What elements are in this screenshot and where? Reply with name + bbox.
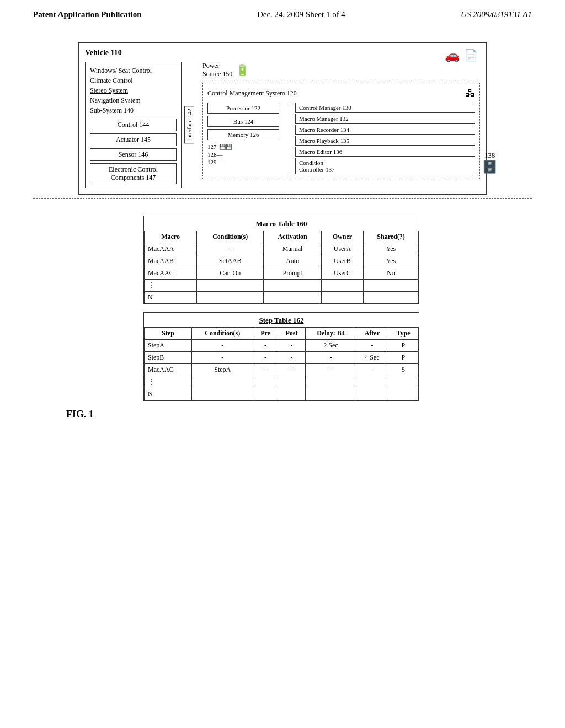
- table-cell: MacAAB: [145, 255, 197, 267]
- car-icon: 🚗: [445, 49, 460, 63]
- macro-table-title: Macro Table 160: [144, 216, 419, 231]
- col-macro: Macro: [145, 231, 197, 243]
- table-cell: [321, 292, 363, 304]
- memory-area: 127 💾💾 128— 129—: [207, 143, 279, 165]
- interface-label: Interface 142: [184, 106, 194, 143]
- box-ecc: Electronic ControlComponents 147: [90, 163, 177, 184]
- header-left: Patent Application Publication: [33, 10, 142, 19]
- table-cell: StepB: [145, 352, 192, 364]
- table-cell: -: [253, 352, 278, 364]
- subsystem-items: Windows/ Seat Control Climate Control St…: [90, 66, 177, 115]
- table-cell: MacAAA: [145, 243, 197, 255]
- db-icon: 🗄️: [482, 160, 497, 174]
- header-center: Dec. 24, 2009 Sheet 1 of 4: [257, 10, 345, 19]
- table-cell: ⋮: [145, 376, 192, 388]
- box-processor: Processor 122: [207, 103, 279, 114]
- dotted-line: [33, 198, 532, 199]
- macro-table-wrap: Macro Table 160 Macro Condition(s) Activ…: [143, 216, 419, 304]
- table-cell: [278, 376, 306, 388]
- table-row: MacAABSetAABAutoUserBYes: [145, 255, 419, 267]
- col-conditions: Condition(s): [197, 231, 264, 243]
- table-cell: Yes: [364, 255, 419, 267]
- cms-title: Control Management System 120: [207, 89, 297, 98]
- table-cell: [253, 388, 278, 400]
- vehicle-inner: Windows/ Seat Control Climate Control St…: [85, 62, 480, 188]
- page-header: Patent Application Publication Dec. 24, …: [0, 0, 565, 25]
- cms-icon: 🖧: [465, 88, 475, 99]
- table-cell: ⋮: [145, 280, 197, 292]
- vehicle-icons: 🚗 📄: [445, 49, 478, 63]
- col-pre: Pre: [253, 328, 278, 340]
- num-127: 127 💾💾: [207, 143, 279, 150]
- cms-left: Processor 122 Bus 124 Memory 126 127 💾💾 …: [207, 103, 279, 174]
- item-stereo: Stereo System: [90, 85, 177, 95]
- header-right: US 2009/0319131 A1: [461, 10, 532, 19]
- table-cell: [264, 292, 322, 304]
- table-cell: -: [197, 243, 264, 255]
- table-cell: UserC: [321, 267, 363, 280]
- vertical-divider: [287, 103, 287, 174]
- table-cell: [356, 376, 388, 388]
- drive-icons: 💾💾: [219, 144, 232, 150]
- control-boxes: Control 144 Actuator 145 Sensor 146 Elec…: [90, 119, 177, 184]
- item-climate: Climate Control: [90, 76, 177, 85]
- table-cell: SetAAB: [197, 255, 264, 267]
- doc-icon: 📄: [464, 49, 478, 63]
- table-row: ⋮: [145, 280, 419, 292]
- item-nav: Navigation System: [90, 95, 177, 105]
- step-table-header-row: Step Condition(s) Pre Post Delay: B4 Aft…: [145, 328, 419, 340]
- box-macro-recorder: Macro Recorder 134: [295, 125, 475, 135]
- table-cell: -: [192, 352, 253, 364]
- table-cell: -: [192, 340, 253, 352]
- col-after: After: [356, 328, 388, 340]
- box-memory: Memory 126: [207, 129, 279, 140]
- table-cell: StepA: [145, 340, 192, 352]
- box-macro-editor: Macro Editor 136: [295, 147, 475, 157]
- table-cell: [388, 388, 418, 400]
- table-cell: -: [306, 364, 356, 376]
- table-cell: Manual: [264, 243, 322, 255]
- table-cell: -: [306, 352, 356, 364]
- table-cell: N: [145, 388, 192, 400]
- main-content: Vehicle 110 🚗 📄 Windows/ Seat Control Cl…: [0, 25, 565, 437]
- table-cell: 4 Sec: [356, 352, 388, 364]
- step-table-title: Step Table 162: [144, 313, 419, 327]
- cms-right: Control Manager 130 Macro Manager 132 Ma…: [295, 103, 475, 174]
- connector-area: [33, 198, 532, 207]
- table-cell: MacAAC: [145, 364, 192, 376]
- table-cell: [321, 280, 363, 292]
- cms-box: Control Management System 120 🖧 Processo…: [202, 83, 480, 179]
- table-row: MacAACCar_OnPromptUserCNo: [145, 267, 419, 280]
- table-row: StepA---2 Sec-P: [145, 340, 419, 352]
- table-cell: [192, 388, 253, 400]
- vehicle-title: Vehicle 110: [85, 49, 480, 57]
- table-row: ⋮: [145, 376, 419, 388]
- table-row: StepB----4 SecP: [145, 352, 419, 364]
- table-cell: P: [388, 340, 418, 352]
- table-cell: [197, 292, 264, 304]
- table-cell: -: [253, 364, 278, 376]
- right-panel: PowerSource 150 🔋 Control Management Sys…: [197, 62, 480, 188]
- table-cell: Auto: [264, 255, 322, 267]
- col-post: Post: [278, 328, 306, 340]
- cms-title-row: Control Management System 120 🖧: [207, 88, 475, 99]
- step-table: Step Condition(s) Pre Post Delay: B4 Aft…: [144, 327, 419, 400]
- item-subsystem: Sub-System 140: [90, 105, 177, 115]
- box-sensor: Sensor 146: [90, 148, 177, 161]
- table-cell: Yes: [364, 243, 419, 255]
- col-type: Type: [388, 328, 418, 340]
- table-cell: [306, 376, 356, 388]
- box-control-manager: Control Manager 130: [295, 103, 475, 113]
- box-bus: Bus 124: [207, 116, 279, 127]
- interface-label-wrap: Interface 142: [182, 62, 197, 188]
- box-actuator: Actuator 145: [90, 133, 177, 146]
- fig-label: FIG. 1: [66, 409, 532, 420]
- table-cell: [364, 280, 419, 292]
- table-cell: [192, 376, 253, 388]
- table-cell: Car_On: [197, 267, 264, 280]
- table-cell: S: [388, 364, 418, 376]
- left-panel: Windows/ Seat Control Climate Control St…: [85, 62, 182, 188]
- table-cell: [278, 388, 306, 400]
- table-cell: UserB: [321, 255, 363, 267]
- table-cell: -: [278, 352, 306, 364]
